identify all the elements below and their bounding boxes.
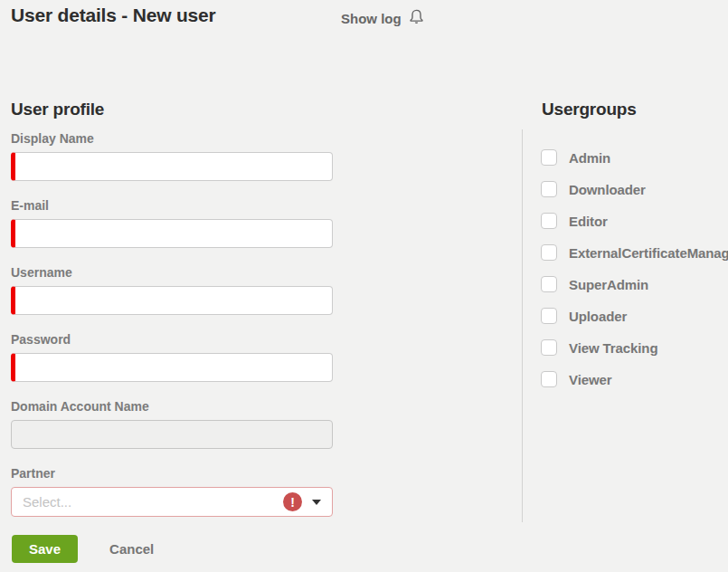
error-icon: ! [283,492,302,511]
domain-account-field-group: Domain Account Name [11,399,333,449]
usergroup-row-viewer: Viewer [541,369,728,389]
page-title: User details - New user [11,5,216,26]
domain-account-label: Domain Account Name [11,399,333,415]
usergroup-row-view-tracking: View Tracking [541,338,728,358]
usergroup-row-superadmin: SuperAdmin [541,274,728,294]
display-name-input[interactable] [11,152,333,181]
display-name-label: Display Name [11,131,333,147]
show-log-label: Show log [341,11,402,26]
password-field-group: Password [11,332,333,382]
save-button[interactable]: Save [12,535,78,563]
partner-field-group: Partner Select... ! [11,466,333,517]
cancel-button[interactable]: Cancel [109,541,154,557]
usergroup-checkbox-downloader[interactable] [541,181,557,197]
domain-account-input [11,420,333,449]
username-input[interactable] [11,286,333,315]
chevron-down-icon [312,500,321,505]
partner-select-placeholder: Select... [23,494,71,510]
display-name-field-group: Display Name [11,131,333,181]
usergroup-checkbox-viewer[interactable] [541,371,557,387]
show-log-button[interactable]: Show log [341,8,425,29]
usergroup-label: SuperAdmin [569,277,648,292]
user-profile-form: Display Name E-mail Username Password Do… [11,131,333,534]
usergroup-label: Uploader [569,309,627,324]
usergroup-row-admin: Admin [541,148,728,167]
username-field-group: Username [11,265,333,315]
usergroup-checkbox-superadmin[interactable] [541,276,557,292]
user-details-page: User details - New user Show log User pr… [0,0,728,572]
username-label: Username [11,265,333,281]
password-label: Password [11,332,333,348]
usergroup-label: Viewer [569,372,612,387]
usergroup-label: Editor [569,214,608,229]
usergroup-checkbox-editor[interactable] [541,213,557,229]
usergroup-row-external-certificate-manager: ExternalCertificateManager [541,243,728,262]
usergroup-checkbox-uploader[interactable] [541,308,557,324]
email-label: E-mail [11,198,333,214]
usergroup-checkbox-external-certificate-manager[interactable] [541,244,557,261]
form-actions: Save Cancel [12,535,154,563]
usergroup-checkbox-view-tracking[interactable] [541,339,557,356]
usergroup-label: Downloader [569,182,646,197]
email-field-group: E-mail [11,198,333,248]
column-divider [522,129,523,522]
partner-label: Partner [11,466,333,481]
usergroups-heading: Usergroups [542,100,637,119]
usergroup-label: ExternalCertificateManager [569,245,728,261]
bell-icon [408,8,425,29]
partner-select[interactable]: Select... ! [11,487,333,517]
email-field[interactable] [11,219,333,248]
password-input[interactable] [11,353,333,382]
user-profile-heading: User profile [11,100,104,119]
usergroup-list: Admin Downloader Editor ExternalCertific… [541,148,728,401]
usergroup-row-uploader: Uploader [541,306,728,326]
usergroup-row-editor: Editor [541,211,728,231]
usergroup-label: View Tracking [569,340,657,356]
usergroup-row-downloader: Downloader [541,179,728,199]
usergroup-label: Admin [569,150,610,166]
usergroup-checkbox-admin[interactable] [541,149,557,166]
